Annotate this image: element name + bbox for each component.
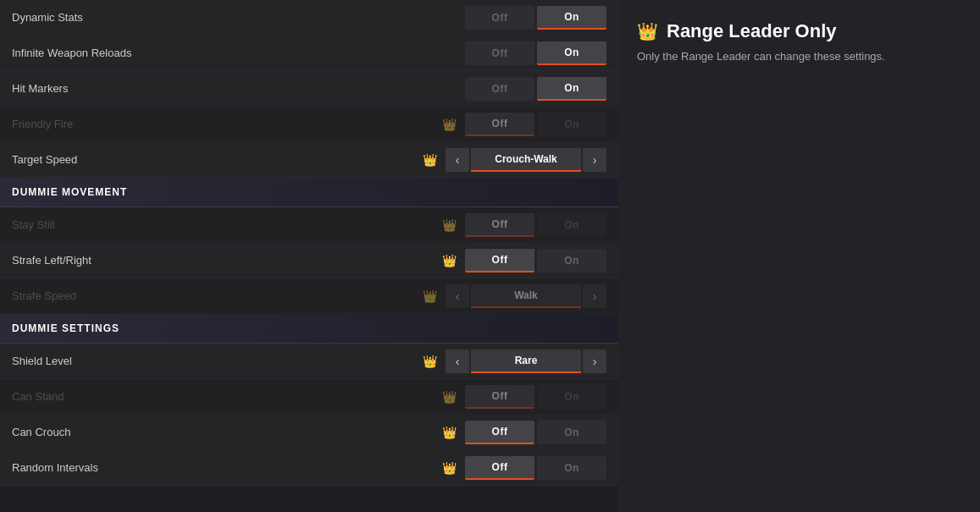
setting-row-can-crouch: Can Crouch 👑 Off On: [0, 415, 618, 450]
label-friendly-fire: Friendly Fire: [12, 118, 442, 130]
label-can-stand: Can Stand: [12, 390, 442, 403]
toggle-off-stay-still[interactable]: Off: [465, 213, 534, 237]
toggle-on-hit-markers[interactable]: On: [537, 77, 606, 101]
range-leader-title-text: Range Leader Only: [667, 20, 837, 42]
setting-row-random-intervals: Random Intervals 👑 Off On: [0, 450, 618, 486]
label-strafe-left-right: Strafe Left/Right: [12, 254, 442, 267]
label-stay-still: Stay Still: [12, 218, 442, 231]
label-random-intervals: Random Intervals: [12, 461, 442, 474]
toggle-off-can-stand[interactable]: Off: [465, 385, 534, 409]
crown-small-random-intervals: 👑: [442, 461, 457, 475]
selector-left-shield-level[interactable]: ‹: [446, 350, 469, 373]
crown-small-can-stand: 👑: [442, 390, 457, 404]
label-can-crouch: Can Crouch: [12, 426, 442, 438]
selector-value-shield-level: Rare: [471, 350, 581, 373]
crown-small-friendly-fire: 👑: [442, 118, 457, 131]
toggle-off-can-crouch[interactable]: Off: [465, 421, 534, 444]
crown-small-can-crouch: 👑: [442, 426, 457, 439]
setting-row-dynamic-stats: Dynamic Stats Off On: [0, 0, 618, 36]
label-shield-level: Shield Level: [12, 355, 423, 367]
setting-row-infinite-weapon-reloads: Infinite Weapon Reloads Off On: [0, 36, 618, 71]
range-leader-title: 👑 Range Leader Only: [637, 20, 961, 42]
selector-value-target-speed: Crouch-Walk: [471, 148, 581, 172]
section-dummie-movement: DUMMIE MOVEMENT: [0, 178, 618, 207]
selector-right-shield-level[interactable]: ›: [583, 350, 606, 373]
setting-row-strafe-left-right: Strafe Left/Right 👑 Off On: [0, 243, 618, 278]
selector-left-target-speed[interactable]: ‹: [446, 148, 469, 172]
label-target-speed: Target Speed: [12, 153, 423, 166]
toggle-on-strafe-left-right[interactable]: On: [537, 249, 606, 273]
right-panel: 👑 Range Leader Only Only the Range Leade…: [618, 0, 980, 512]
toggle-off-dynamic-stats[interactable]: Off: [465, 6, 534, 30]
label-strafe-speed: Strafe Speed: [12, 289, 423, 302]
crown-small-stay-still: 👑: [442, 218, 457, 232]
toggle-off-friendly-fire[interactable]: Off: [465, 113, 534, 136]
toggle-on-friendly-fire[interactable]: On: [537, 113, 606, 136]
setting-row-friendly-fire: Friendly Fire 👑 Off On: [0, 107, 618, 142]
selector-right-target-speed[interactable]: ›: [583, 148, 606, 172]
toggle-on-can-crouch[interactable]: On: [537, 421, 606, 444]
toggle-on-stay-still[interactable]: On: [537, 213, 606, 237]
setting-row-can-stand: Can Stand 👑 Off On: [0, 379, 618, 415]
setting-row-strafe-speed: Strafe Speed 👑 ‹ Walk ›: [0, 278, 618, 314]
left-panel: Dynamic Stats Off On Infinite Weapon Rel…: [0, 0, 618, 512]
crown-icon: 👑: [637, 21, 658, 41]
range-leader-subtitle: Only the Range Leader can change these s…: [637, 49, 961, 64]
toggle-off-strafe-left-right[interactable]: Off: [465, 249, 534, 273]
selector-right-strafe-speed[interactable]: ›: [583, 284, 606, 308]
toggle-off-random-intervals[interactable]: Off: [465, 456, 534, 480]
setting-row-target-speed: Target Speed 👑 ‹ Crouch-Walk ›: [0, 142, 618, 178]
label-infinite-weapon-reloads: Infinite Weapon Reloads: [12, 47, 465, 59]
toggle-off-infinite-weapon-reloads[interactable]: Off: [465, 41, 534, 65]
selector-value-strafe-speed: Walk: [471, 284, 581, 308]
toggle-on-infinite-weapon-reloads[interactable]: On: [537, 41, 606, 65]
label-dynamic-stats: Dynamic Stats: [12, 11, 465, 24]
toggle-on-random-intervals[interactable]: On: [537, 456, 606, 480]
setting-row-shield-level: Shield Level 👑 ‹ Rare ›: [0, 344, 618, 379]
setting-row-stay-still: Stay Still 👑 Off On: [0, 207, 618, 243]
setting-row-hit-markers: Hit Markers Off On: [0, 71, 618, 107]
crown-small-target-speed: 👑: [423, 153, 437, 167]
toggle-on-dynamic-stats[interactable]: On: [537, 6, 606, 30]
crown-small-strafe-left-right: 👑: [442, 254, 457, 267]
selector-left-strafe-speed[interactable]: ‹: [446, 284, 469, 308]
section-dummie-settings: DUMMIE SETTINGS: [0, 314, 618, 344]
crown-small-shield-level: 👑: [423, 355, 437, 368]
toggle-off-hit-markers[interactable]: Off: [465, 77, 534, 101]
toggle-on-can-stand[interactable]: On: [537, 385, 606, 409]
label-hit-markers: Hit Markers: [12, 82, 465, 95]
crown-small-strafe-speed: 👑: [423, 289, 437, 303]
